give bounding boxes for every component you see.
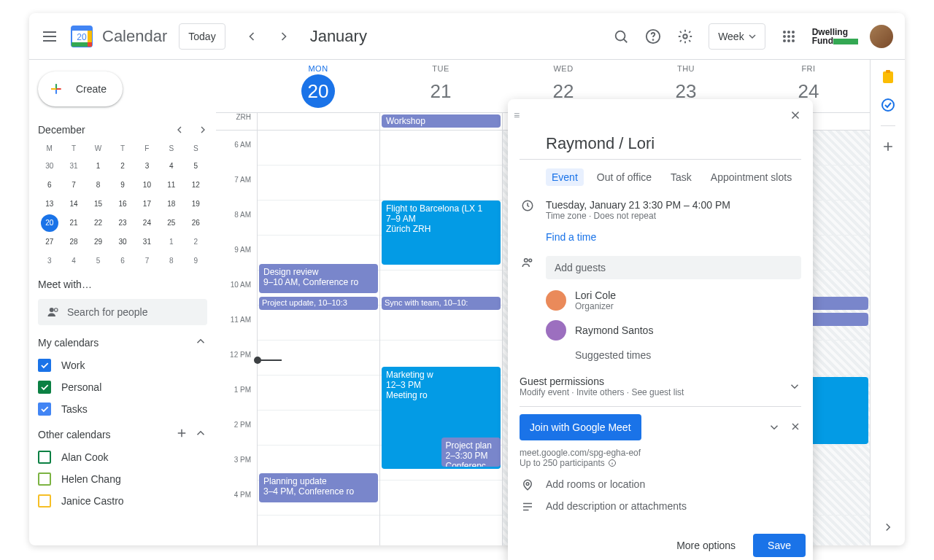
mini-day[interactable]: 4: [163, 158, 180, 175]
mini-day[interactable]: 30: [41, 158, 58, 175]
join-meet-button[interactable]: Join with Google Meet: [520, 414, 641, 440]
expand-permissions-button[interactable]: [788, 380, 801, 393]
mini-day[interactable]: 14: [65, 195, 82, 213]
add-guests-input[interactable]: Add guests: [546, 256, 801, 279]
meet-options-button[interactable]: [768, 421, 781, 434]
mini-day[interactable]: 7: [65, 176, 82, 194]
mini-day[interactable]: 26: [187, 214, 204, 232]
mini-prev-button[interactable]: [171, 121, 188, 139]
calendar-item[interactable]: Tasks: [38, 398, 216, 420]
description-input[interactable]: Add description or attachments: [546, 500, 801, 513]
calendar-item[interactable]: Janice Castro: [38, 490, 216, 512]
calendar-event[interactable]: Planning update3–4 PM, Conference ro: [259, 473, 378, 502]
hide-panel-button[interactable]: [881, 521, 895, 534]
mini-day[interactable]: 25: [163, 214, 180, 232]
more-options-button[interactable]: More options: [666, 534, 746, 545]
mini-day[interactable]: 20: [41, 214, 58, 232]
popup-tab[interactable]: Task: [665, 168, 698, 186]
save-button[interactable]: Save: [753, 534, 806, 545]
calendar-event[interactable]: Design review9–10 AM, Conference ro: [259, 264, 378, 293]
mini-day[interactable]: 2: [114, 158, 131, 175]
find-time-link[interactable]: Find a time: [520, 225, 801, 252]
mini-day[interactable]: 22: [90, 214, 107, 232]
mini-day[interactable]: 11: [163, 176, 180, 194]
account-avatar[interactable]: [870, 25, 893, 48]
mini-day[interactable]: 27: [41, 233, 58, 251]
close-popup-button[interactable]: [784, 104, 807, 127]
calendar-item[interactable]: Helen Chang: [38, 468, 216, 490]
collapse-other-calendars[interactable]: [194, 427, 207, 440]
create-button[interactable]: Create: [38, 71, 123, 106]
mini-day[interactable]: 5: [187, 158, 204, 175]
mini-next-button[interactable]: [194, 121, 212, 139]
mini-day[interactable]: 28: [65, 233, 82, 251]
calendar-event[interactable]: Project plan2–3:30 PMConferenc: [441, 438, 501, 467]
calendar-item[interactable]: Alan Cook: [38, 446, 216, 468]
event-tz-repeat[interactable]: Time zone · Does not repeat: [546, 211, 801, 221]
mini-day[interactable]: 18: [163, 195, 180, 213]
calendar-checkbox[interactable]: [38, 381, 51, 394]
calendar-checkbox[interactable]: [38, 359, 51, 372]
prev-week-button[interactable]: [237, 22, 266, 51]
mini-day[interactable]: 30: [114, 233, 131, 251]
calendar-checkbox[interactable]: [38, 472, 51, 486]
help-button[interactable]: [638, 22, 668, 51]
calendar-item[interactable]: Work: [38, 354, 216, 376]
add-calendar-button[interactable]: [175, 427, 188, 440]
mini-day[interactable]: 7: [138, 252, 155, 270]
day-header[interactable]: MON20: [257, 60, 379, 112]
calendar-event[interactable]: Sync with team, 10–10:: [382, 297, 501, 310]
main-menu-button[interactable]: [35, 22, 64, 51]
guest-row[interactable]: Lori ColeOrganizer: [546, 285, 801, 316]
allday-cell[interactable]: [257, 113, 379, 130]
day-column[interactable]: Design review9–10 AM, Conference roProje…: [257, 131, 379, 545]
mini-day[interactable]: 3: [41, 252, 58, 270]
mini-day[interactable]: 29: [90, 233, 107, 251]
keep-icon[interactable]: [881, 70, 895, 85]
mini-day[interactable]: 9: [187, 252, 204, 270]
mini-day[interactable]: 8: [90, 176, 107, 194]
mini-day[interactable]: 19: [187, 195, 204, 213]
mini-day[interactable]: 1: [90, 158, 107, 175]
guest-row[interactable]: Raymond Santos: [546, 316, 801, 345]
apps-button[interactable]: [774, 22, 803, 51]
mini-day[interactable]: 17: [138, 195, 155, 213]
day-header[interactable]: TUE21: [379, 60, 502, 112]
mini-day[interactable]: 13: [41, 195, 58, 213]
mini-day[interactable]: 2: [187, 233, 204, 251]
mini-day[interactable]: 8: [163, 252, 180, 270]
mini-day[interactable]: 16: [114, 195, 131, 213]
mini-day[interactable]: 31: [65, 158, 82, 175]
next-week-button[interactable]: [269, 22, 298, 51]
calendar-checkbox[interactable]: [38, 494, 51, 508]
search-button[interactable]: [606, 22, 636, 51]
event-datetime[interactable]: Tuesday, January 21 3:30 PM – 4:00 PM: [546, 199, 801, 211]
popup-tab[interactable]: Event: [546, 168, 584, 186]
mini-day[interactable]: 10: [138, 176, 155, 194]
allday-event[interactable]: Workshop: [382, 114, 501, 128]
mini-day[interactable]: 6: [114, 252, 131, 270]
calendar-checkbox[interactable]: [38, 402, 51, 416]
mini-day[interactable]: 12: [187, 176, 204, 194]
location-input[interactable]: Add rooms or location: [546, 478, 801, 491]
tasks-icon[interactable]: [881, 98, 895, 112]
mini-day[interactable]: 5: [90, 252, 107, 270]
mini-day[interactable]: 15: [90, 195, 107, 213]
calendar-item[interactable]: Personal: [38, 376, 216, 398]
remove-meet-button[interactable]: [790, 421, 801, 434]
suggested-times-link[interactable]: Suggested times: [546, 345, 801, 365]
view-selector[interactable]: Week: [709, 23, 765, 50]
allday-cell[interactable]: Workshop: [379, 113, 502, 130]
mini-day[interactable]: 4: [65, 252, 82, 270]
mini-day[interactable]: 1: [163, 233, 180, 251]
mini-day[interactable]: 9: [114, 176, 131, 194]
popup-tab[interactable]: Appointment slots: [705, 168, 798, 186]
collapse-my-calendars[interactable]: [194, 335, 207, 348]
mini-day[interactable]: 23: [114, 214, 131, 232]
day-column[interactable]: Flight to Barcelona (LX 17–9 AMZürich ZR…: [379, 131, 502, 545]
mini-day[interactable]: 31: [138, 233, 155, 251]
mini-day[interactable]: 24: [138, 214, 155, 232]
drag-handle-icon[interactable]: ≡: [514, 109, 520, 121]
calendar-event[interactable]: Flight to Barcelona (LX 17–9 AMZürich ZR…: [382, 201, 501, 265]
search-people-input[interactable]: Search for people: [38, 299, 207, 325]
